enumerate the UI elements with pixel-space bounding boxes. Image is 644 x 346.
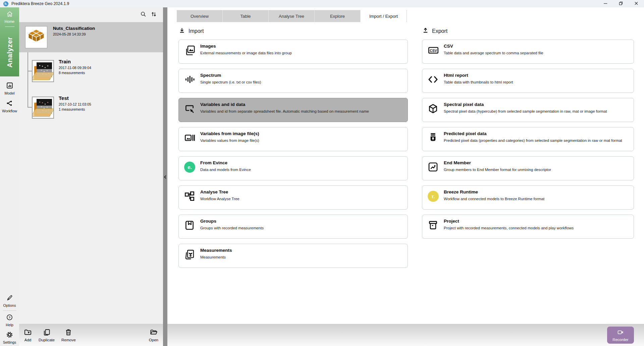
card-text: Spectral pixel data Spectral pixel data … bbox=[444, 101, 607, 122]
import-header: Import bbox=[178, 26, 408, 36]
restore-button[interactable] bbox=[613, 0, 629, 7]
analyse-tree-icon bbox=[184, 189, 198, 204]
sidebar-item-analyzer[interactable]: Analyzer bbox=[6, 28, 14, 76]
sidebar-item-home[interactable]: Home bbox=[5, 11, 14, 23]
card-title: From Evince bbox=[200, 160, 251, 165]
card-title: Project bbox=[444, 219, 574, 224]
import-title: Import bbox=[189, 28, 204, 34]
card-title: Groups bbox=[200, 219, 264, 224]
sidebar-item-label: Home bbox=[5, 19, 14, 23]
project-icon bbox=[25, 26, 47, 48]
tab-table[interactable]: Table bbox=[223, 10, 269, 22]
minimize-button[interactable] bbox=[598, 0, 613, 7]
card-desc: Single spectrum (i.e. txt or csv files) bbox=[200, 80, 261, 85]
card-text: Groups Groups with recorded measurements bbox=[200, 218, 264, 238]
sidebar-item-help[interactable]: ? Help bbox=[6, 314, 13, 327]
close-icon bbox=[634, 1, 638, 7]
card-text: Variables and id data Variables and id f… bbox=[200, 101, 369, 122]
project-item-root[interactable]: Nuts_Classification 2024-05-28 14:33:39 bbox=[19, 22, 163, 52]
export-card-csv[interactable]: CSV CSV Table data and average spectrum … bbox=[422, 40, 634, 64]
project-name: Nuts_Classification bbox=[53, 26, 95, 31]
svg-text:?: ? bbox=[9, 315, 11, 319]
sidebar-item-settings[interactable]: Settings bbox=[3, 331, 16, 344]
measurement-thumbnail bbox=[32, 60, 54, 82]
card-title: Analyse Tree bbox=[200, 189, 239, 194]
sort-icon[interactable] bbox=[151, 11, 157, 19]
gear-icon bbox=[6, 331, 13, 340]
tab-overview[interactable]: Overview bbox=[177, 10, 223, 22]
export-card-project[interactable]: Project Project with recorded measuremen… bbox=[422, 215, 634, 239]
card-desc: Spectral pixel data (hypercube) from sel… bbox=[444, 109, 607, 114]
recorder-button[interactable]: Recorder bbox=[607, 327, 634, 344]
home-icon bbox=[6, 11, 13, 19]
video-camera-icon bbox=[617, 329, 624, 337]
spectrum-icon bbox=[184, 72, 198, 87]
remove-button[interactable]: Remove bbox=[61, 328, 76, 342]
group-name: Train bbox=[59, 59, 91, 64]
import-card-measurements[interactable]: Measurements Measurements bbox=[178, 244, 408, 268]
import-card-groups[interactable]: Groups Groups with recorded measurements bbox=[178, 215, 408, 239]
close-button[interactable] bbox=[629, 0, 644, 7]
sidebar-item-label: Options bbox=[3, 303, 16, 307]
variables-image-icon bbox=[184, 130, 198, 145]
runtime-badge: r. bbox=[428, 191, 439, 202]
window-controls bbox=[598, 0, 644, 7]
add-button[interactable]: Add bbox=[24, 328, 32, 342]
sidebar-item-label: Settings bbox=[3, 340, 16, 344]
card-title: Breeze Runtime bbox=[444, 189, 544, 194]
folder-flap bbox=[32, 109, 54, 117]
project-item-test[interactable]: Test 2017-10-12 11:03:05 1 measurements bbox=[32, 92, 163, 123]
card-text: Images External measurements or image da… bbox=[200, 43, 292, 63]
card-title: End Member bbox=[444, 160, 551, 165]
export-card-html[interactable]: Html report Table data with thumbnails t… bbox=[422, 69, 634, 93]
minimize-icon bbox=[603, 1, 607, 7]
card-desc: Variables values from image file(s) bbox=[200, 138, 259, 143]
group-date: 2017-10-12 11:03:05 bbox=[59, 102, 91, 106]
card-text: Spectrum Single spectrum (i.e. txt or cs… bbox=[200, 72, 261, 93]
recorder-label: Recorder bbox=[612, 338, 628, 342]
card-desc: Group members to End Member format for u… bbox=[444, 167, 551, 173]
open-button[interactable]: Open bbox=[149, 328, 158, 342]
import-card-analyse-tree[interactable]: Analyse Tree Workflow Analyse Tree bbox=[178, 185, 408, 210]
sidebar-item-workflow[interactable]: Workflow bbox=[2, 100, 17, 113]
export-card-end-member[interactable]: End Member Group members to End Member f… bbox=[422, 156, 634, 180]
group-count: 8 measurements bbox=[59, 71, 91, 75]
panel-splitter[interactable] bbox=[163, 7, 167, 346]
tab-analyse-tree[interactable]: Analyse Tree bbox=[269, 10, 315, 22]
groups-icon bbox=[184, 218, 198, 233]
sidebar-item-options[interactable]: Options bbox=[3, 294, 16, 307]
project-item-text: Train 2017-11-08 09:39:04 8 measurements bbox=[59, 55, 91, 75]
tab-explore[interactable]: Explore bbox=[315, 10, 361, 22]
pencil-icon bbox=[6, 294, 13, 303]
export-card-spectral-pixel[interactable]: Spectral pixel data Spectral pixel data … bbox=[422, 98, 634, 122]
card-text: Breeze Runtime Workflow and connected mo… bbox=[444, 189, 544, 209]
analyzer-label: Analyzer bbox=[6, 37, 14, 68]
project-panel: Nuts_Classification 2024-05-28 14:33:39 … bbox=[19, 7, 163, 346]
import-card-variables-id[interactable]: Variables and id data Variables and id f… bbox=[178, 98, 408, 122]
left-sidebar: Home Analyzer Model Workflow Options ? H… bbox=[0, 7, 19, 346]
sidebar-item-model[interactable]: Model bbox=[5, 82, 15, 95]
card-desc: Predicted pixel data (properties and cat… bbox=[444, 138, 622, 143]
import-card-images[interactable]: Images External measurements or image da… bbox=[178, 40, 408, 64]
duplicate-button[interactable]: Duplicate bbox=[39, 328, 55, 342]
sidebar-item-label: Help bbox=[6, 323, 13, 327]
card-desc: Groups with recorded measurements bbox=[200, 226, 264, 231]
export-card-predicted-pixel[interactable]: Predicted pixel data Predicted pixel dat… bbox=[422, 127, 634, 151]
main-bottom-bar: Recorder bbox=[167, 324, 644, 346]
project-item-train[interactable]: Train 2017-11-08 09:39:04 8 measurements bbox=[32, 55, 163, 87]
import-card-spectrum[interactable]: Spectrum Single spectrum (i.e. txt or cs… bbox=[178, 69, 408, 93]
svg-text:CSV: CSV bbox=[430, 49, 437, 53]
evince-icon: e. bbox=[184, 160, 198, 174]
card-desc: Workflow Analyse Tree bbox=[200, 196, 239, 202]
import-card-variables-image[interactable]: Variables from image file(s) Variables v… bbox=[178, 127, 408, 151]
import-card-evince[interactable]: e. From Evince Data and models from Evin… bbox=[178, 156, 408, 180]
tool-label: Remove bbox=[61, 338, 76, 342]
card-text: CSV Table data and average spectrum to c… bbox=[444, 43, 543, 63]
export-card-breeze-runtime[interactable]: r. Breeze Runtime Workflow and connected… bbox=[422, 185, 634, 210]
tab-import-export[interactable]: Import / Export bbox=[361, 10, 407, 22]
search-icon[interactable] bbox=[140, 11, 147, 19]
app-logo-icon: b. bbox=[3, 1, 8, 6]
measurement-thumbnail bbox=[32, 97, 54, 119]
predicted-pixel-icon bbox=[428, 130, 441, 145]
collapse-panel-icon[interactable] bbox=[163, 174, 168, 181]
